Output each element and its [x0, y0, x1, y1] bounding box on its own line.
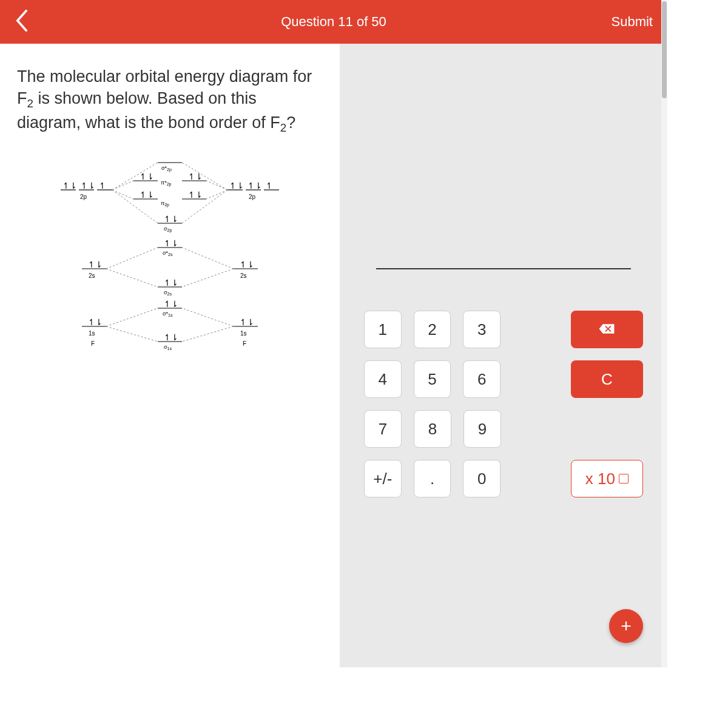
svg-line-69 [182, 308, 234, 326]
key-plusminus[interactable]: +/- [364, 460, 402, 497]
key-8[interactable]: 8 [414, 410, 451, 448]
key-5[interactable]: 5 [414, 360, 451, 398]
svg-line-30 [112, 181, 133, 190]
key-0[interactable]: 0 [463, 460, 500, 497]
svg-text:↿⇂: ↿⇂ [240, 260, 254, 269]
svg-line-70 [182, 326, 234, 342]
svg-text:σ*2p: σ*2p [161, 165, 172, 172]
svg-text:↿⇂: ↿⇂ [81, 181, 95, 190]
key-7[interactable]: 7 [364, 410, 402, 448]
svg-text:π*2p: π*2p [161, 180, 172, 187]
header-bar: Question 11 of 50 Submit [0, 0, 667, 44]
vertical-scrollbar[interactable] [661, 0, 667, 667]
key-2[interactable]: 2 [414, 311, 451, 348]
svg-text:↿⇂: ↿⇂ [240, 317, 254, 327]
answer-panel: 1 2 3 4 5 6 C [340, 44, 667, 667]
svg-line-50 [106, 269, 158, 287]
svg-text:σ*2s: σ*2s [163, 250, 173, 257]
numeric-keypad: 1 2 3 4 5 6 C [364, 311, 643, 510]
svg-text:↿⇂: ↿⇂ [164, 299, 178, 309]
key-1[interactable]: 1 [364, 311, 402, 348]
svg-text:1s: 1s [240, 330, 247, 337]
backspace-button[interactable] [571, 311, 643, 348]
plus-icon: + [621, 616, 632, 636]
submit-button[interactable]: Submit [612, 14, 653, 30]
svg-text:↿⇂: ↿⇂ [188, 172, 203, 181]
svg-text:↿⇂: ↿⇂ [229, 181, 244, 190]
svg-line-67 [106, 308, 158, 326]
key-3[interactable]: 3 [463, 311, 500, 348]
svg-text:↿⇂: ↿⇂ [164, 214, 178, 224]
question-text: The molecular orbital energy diagram for… [17, 66, 323, 136]
svg-text:↿⇂: ↿⇂ [164, 332, 178, 342]
mo-diagram-svg: .dash { stroke: #888; stroke-width: 1; s… [36, 150, 303, 381]
svg-text:↿: ↿ [99, 181, 106, 190]
exponent-box-icon [619, 474, 629, 484]
svg-text:↿⇂: ↿⇂ [164, 238, 178, 248]
svg-text:1s: 1s [89, 330, 95, 337]
svg-text:2s: 2s [240, 272, 247, 279]
svg-text:F: F [91, 340, 95, 347]
clear-button[interactable]: C [571, 360, 643, 398]
key-4[interactable]: 4 [364, 360, 402, 398]
app-window: Question 11 of 50 Submit The molecular o… [0, 0, 667, 667]
svg-text:σ1s: σ1s [164, 344, 172, 351]
scrollbar-thumb[interactable] [662, 1, 667, 98]
chevron-left-icon [15, 10, 29, 34]
svg-line-51 [182, 248, 234, 269]
svg-text:↿⇂: ↿⇂ [248, 181, 262, 190]
svg-text:↿⇂: ↿⇂ [140, 172, 154, 181]
svg-line-35 [206, 190, 228, 199]
svg-text:↿⇂: ↿⇂ [88, 260, 103, 269]
svg-text:σ2p: σ2p [164, 226, 172, 233]
svg-line-49 [106, 248, 158, 269]
key-9[interactable]: 9 [463, 410, 501, 448]
key-dot[interactable]: . [414, 460, 451, 497]
svg-line-31 [112, 190, 133, 199]
answer-input-line[interactable] [376, 268, 631, 269]
svg-line-68 [106, 326, 158, 342]
key-6[interactable]: 6 [463, 360, 500, 398]
svg-line-34 [206, 181, 228, 190]
body: The molecular orbital energy diagram for… [0, 44, 667, 667]
svg-text:↿⇂: ↿⇂ [88, 317, 103, 327]
svg-text:2p: 2p [80, 194, 87, 200]
svg-text:↿⇂: ↿⇂ [62, 181, 77, 190]
svg-text:↿⇂: ↿⇂ [188, 190, 203, 200]
mo-diagram: .dash { stroke: #888; stroke-width: 1; s… [17, 150, 323, 381]
page-title: Question 11 of 50 [281, 14, 386, 30]
sci-notation-button[interactable]: x 10 [571, 460, 643, 497]
svg-text:π2p: π2p [161, 200, 169, 207]
svg-line-52 [182, 269, 234, 287]
svg-text:↿⇂: ↿⇂ [164, 278, 178, 288]
sci-notation-label: x 10 [585, 470, 615, 488]
add-fab[interactable]: + [609, 609, 643, 643]
svg-text:2s: 2s [89, 272, 95, 279]
question-panel: The molecular orbital energy diagram for… [0, 44, 340, 667]
svg-text:2p: 2p [249, 194, 256, 200]
svg-text:↿: ↿ [266, 181, 273, 190]
backspace-icon [598, 320, 615, 339]
svg-text:↿⇂: ↿⇂ [140, 190, 154, 200]
svg-text:F: F [243, 340, 246, 347]
svg-text:σ*1s: σ*1s [163, 311, 173, 317]
back-button[interactable] [0, 0, 44, 44]
svg-text:σ2s: σ2s [164, 289, 172, 296]
